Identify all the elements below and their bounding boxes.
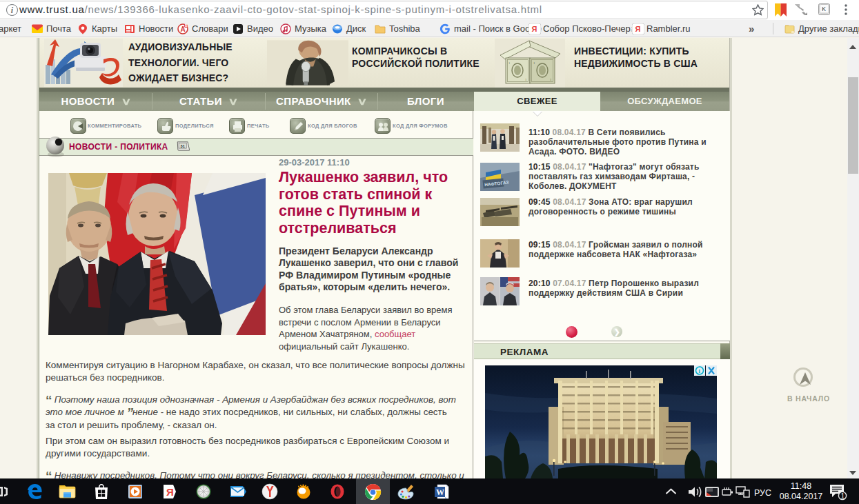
svg-text:31: 31 <box>181 144 185 148</box>
svg-text:1: 1 <box>533 61 535 65</box>
svg-text:1: 1 <box>525 78 526 81</box>
svg-text:1: 1 <box>550 78 551 81</box>
svg-text:Я: Я <box>166 486 174 498</box>
svg-text:K: K <box>822 6 826 12</box>
svg-text:Б: Б <box>185 23 188 28</box>
svg-text:W: W <box>436 487 444 497</box>
svg-text:1: 1 <box>841 492 845 500</box>
svg-text:1: 1 <box>509 61 510 65</box>
svg-text:Я: Я <box>532 25 537 33</box>
svg-text:Я: Я <box>635 25 641 33</box>
